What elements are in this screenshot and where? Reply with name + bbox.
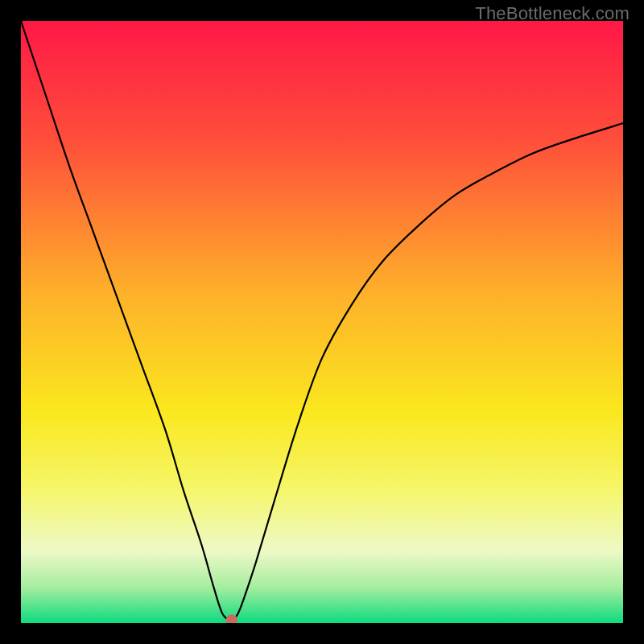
watermark-text: TheBottleneck.com (475, 3, 630, 24)
plot-frame (21, 21, 623, 623)
chart-root: TheBottleneck.com (0, 0, 644, 644)
gradient-background (21, 21, 623, 623)
chart-svg (21, 21, 623, 623)
